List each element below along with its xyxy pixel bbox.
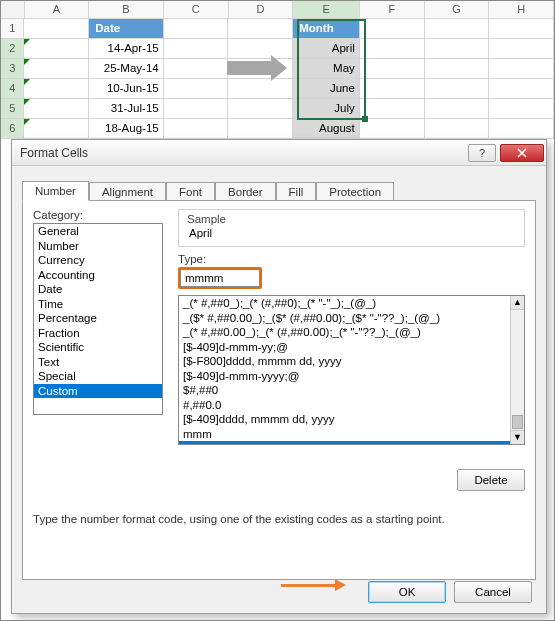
colhead-D[interactable]: D: [229, 1, 294, 18]
dialog-titlebar[interactable]: Format Cells ?: [12, 140, 546, 166]
category-item[interactable]: Number: [34, 239, 162, 254]
cancel-button[interactable]: Cancel: [454, 581, 532, 603]
format-code-item[interactable]: _(* #,##0.00_);_(* (#,##0.00);_(* "-"??_…: [179, 325, 510, 340]
format-code-item[interactable]: mmm: [179, 427, 510, 442]
cell-F4[interactable]: [360, 79, 425, 98]
category-item[interactable]: Scientific: [34, 340, 162, 355]
scrollbar[interactable]: ▲ ▼: [510, 296, 524, 444]
format-code-item[interactable]: [$-409]dddd, mmmm dd, yyyy: [179, 412, 510, 427]
help-button[interactable]: ?: [468, 144, 496, 162]
tab-font[interactable]: Font: [166, 182, 215, 201]
cell-G4[interactable]: [425, 79, 490, 98]
cell-A4[interactable]: [24, 79, 89, 98]
cell-D3[interactable]: [228, 59, 293, 78]
category-item[interactable]: Date: [34, 282, 162, 297]
cell-H6[interactable]: [489, 119, 554, 138]
cell-F5[interactable]: [360, 99, 425, 118]
cell-E2[interactable]: April: [293, 39, 360, 58]
colhead-A[interactable]: A: [25, 1, 90, 18]
tab-protection[interactable]: Protection: [316, 182, 394, 201]
scroll-thumb[interactable]: [512, 415, 523, 429]
cell-G5[interactable]: [425, 99, 490, 118]
rowhead-1[interactable]: 1: [1, 19, 24, 38]
cell-B1[interactable]: Date: [89, 19, 164, 38]
cell-C2[interactable]: [164, 39, 229, 58]
category-item[interactable]: Accounting: [34, 268, 162, 283]
cell-A2[interactable]: [24, 39, 89, 58]
cell-H2[interactable]: [489, 39, 554, 58]
cell-E5[interactable]: July: [293, 99, 360, 118]
cell-C4[interactable]: [164, 79, 229, 98]
format-code-item[interactable]: _($* #,##0.00_);_($* (#,##0.00);_($* "-"…: [179, 311, 510, 326]
category-item[interactable]: Time: [34, 297, 162, 312]
cell-E4[interactable]: June: [293, 79, 360, 98]
cell-G6[interactable]: [425, 119, 490, 138]
category-listbox[interactable]: GeneralNumberCurrencyAccountingDateTimeP…: [33, 223, 163, 415]
colhead-F[interactable]: F: [360, 1, 425, 18]
format-code-item[interactable]: [$-409]d-mmm-yy;@: [179, 340, 510, 355]
colhead-C[interactable]: C: [164, 1, 229, 18]
cell-H3[interactable]: [489, 59, 554, 78]
colhead-B[interactable]: B: [89, 1, 164, 18]
type-input[interactable]: [180, 269, 260, 287]
cell-A1[interactable]: [24, 19, 89, 38]
format-code-item[interactable]: [$-409]d-mmm-yyyy;@: [179, 369, 510, 384]
cell-A5[interactable]: [24, 99, 89, 118]
cell-C5[interactable]: [164, 99, 229, 118]
close-button[interactable]: [500, 144, 544, 162]
cell-C6[interactable]: [164, 119, 229, 138]
cell-D5[interactable]: [228, 99, 293, 118]
format-code-item[interactable]: mmmm: [179, 441, 510, 444]
cell-F2[interactable]: [360, 39, 425, 58]
colhead-E[interactable]: E: [293, 1, 360, 18]
cell-F1[interactable]: [360, 19, 425, 38]
cell-B3[interactable]: 25-May-14: [89, 59, 164, 78]
category-item[interactable]: Special: [34, 369, 162, 384]
rowhead-3[interactable]: 3: [1, 59, 24, 78]
cell-B2[interactable]: 14-Apr-15: [89, 39, 164, 58]
colhead-G[interactable]: G: [425, 1, 490, 18]
select-all-corner[interactable]: [1, 1, 25, 18]
cell-B4[interactable]: 10-Jun-15: [89, 79, 164, 98]
tab-border[interactable]: Border: [215, 182, 276, 201]
format-code-listbox[interactable]: _(* #,##0_);_(* (#,##0);_(* "-"_);_(@_)_…: [178, 295, 525, 445]
cell-A3[interactable]: [24, 59, 89, 78]
colhead-H[interactable]: H: [489, 1, 554, 18]
cell-G3[interactable]: [425, 59, 490, 78]
cell-B6[interactable]: 18-Aug-15: [89, 119, 164, 138]
format-code-item[interactable]: _(* #,##0_);_(* (#,##0);_(* "-"_);_(@_): [179, 296, 510, 311]
tab-alignment[interactable]: Alignment: [89, 182, 166, 201]
cell-A6[interactable]: [24, 119, 89, 138]
selection-fill-handle[interactable]: [362, 116, 368, 122]
cell-D4[interactable]: [228, 79, 293, 98]
scroll-up-icon[interactable]: ▲: [511, 296, 524, 310]
rowhead-4[interactable]: 4: [1, 79, 24, 98]
ok-button[interactable]: OK: [368, 581, 446, 603]
category-item[interactable]: General: [34, 224, 162, 239]
cell-G1[interactable]: [425, 19, 490, 38]
cell-G2[interactable]: [425, 39, 490, 58]
cell-C1[interactable]: [164, 19, 229, 38]
cell-E6[interactable]: August: [293, 119, 360, 138]
rowhead-5[interactable]: 5: [1, 99, 24, 118]
cell-E3[interactable]: May: [293, 59, 360, 78]
cell-F6[interactable]: [360, 119, 425, 138]
format-code-item[interactable]: #,##0.0: [179, 398, 510, 413]
cell-D6[interactable]: [228, 119, 293, 138]
cell-H1[interactable]: [489, 19, 554, 38]
rowhead-2[interactable]: 2: [1, 39, 24, 58]
format-code-item[interactable]: [$-F800]dddd, mmmm dd, yyyy: [179, 354, 510, 369]
category-item[interactable]: Fraction: [34, 326, 162, 341]
cell-C3[interactable]: [164, 59, 229, 78]
delete-button[interactable]: Delete: [457, 469, 525, 491]
cell-D1[interactable]: [228, 19, 293, 38]
cell-H4[interactable]: [489, 79, 554, 98]
cell-B5[interactable]: 31-Jul-15: [89, 99, 164, 118]
scroll-down-icon[interactable]: ▼: [511, 430, 524, 444]
category-item[interactable]: Percentage: [34, 311, 162, 326]
cell-F3[interactable]: [360, 59, 425, 78]
category-item[interactable]: Currency: [34, 253, 162, 268]
tab-fill[interactable]: Fill: [276, 182, 317, 201]
cell-D2[interactable]: [228, 39, 293, 58]
cell-H5[interactable]: [489, 99, 554, 118]
